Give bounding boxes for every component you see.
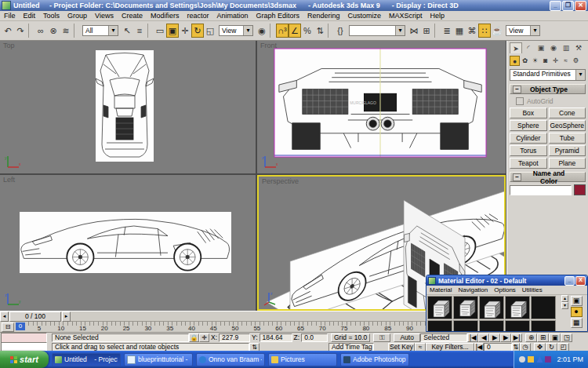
tray-app-icon[interactable] [545, 356, 551, 363]
taskbar-task[interactable]: blueprinttutorial - Not... [124, 353, 193, 366]
object-name-field[interactable] [510, 185, 572, 195]
next-frame-arrow[interactable]: ▸ [62, 312, 71, 322]
restore-button[interactable]: ❐ [562, 1, 574, 11]
material-slot-blueprint-3[interactable] [479, 296, 504, 319]
scroll-up-icon[interactable]: ▴ [561, 295, 568, 302]
menu-item[interactable]: Edit [20, 11, 40, 20]
bind-to-space-warp-icon[interactable]: ≋ [60, 24, 72, 38]
viewport-top[interactable]: Top yx [0, 41, 256, 173]
select-by-name-icon[interactable]: ≡ [133, 24, 146, 38]
material-slot-blueprint-1[interactable] [427, 296, 452, 319]
separator[interactable] [74, 24, 78, 38]
select-object-icon[interactable]: ↖ [121, 24, 133, 38]
select-and-scale-icon[interactable]: ◱ [204, 24, 216, 38]
menu-item[interactable]: MAXScript [385, 11, 426, 20]
next-frame-icon[interactable]: ▶ [500, 333, 511, 342]
material-slot-sphere[interactable] [531, 296, 556, 319]
select-and-rotate-icon[interactable]: ↻ [191, 24, 204, 38]
previous-frame-icon[interactable]: ◀ [478, 333, 489, 342]
menu-item[interactable]: Customize [344, 11, 386, 20]
category-shapes-icon[interactable]: ✿ [520, 56, 530, 66]
material-editor-menu-item[interactable]: Material [426, 286, 455, 293]
tab-create[interactable]: ➤ [510, 42, 522, 53]
viewport-perspective-label[interactable]: Perspective [262, 177, 299, 185]
tab-motion[interactable]: ◉ [547, 42, 560, 53]
separator[interactable] [147, 24, 152, 38]
current-frame-marker[interactable]: 0 [16, 322, 25, 330]
menu-item[interactable]: Create [118, 11, 147, 20]
play-animation-icon[interactable]: ▶ [489, 333, 500, 342]
undo-icon[interactable]: ↶ [2, 24, 14, 38]
chevron-down-icon[interactable]: ▾ [575, 70, 585, 80]
category-systems-icon[interactable]: ⚙ [571, 56, 581, 66]
menu-item[interactable]: Group [64, 11, 91, 20]
default-in-out-tangents-icon[interactable]: ≈ [415, 343, 426, 352]
primitive-button[interactable]: Cone [549, 107, 586, 118]
zoom-extents-icon[interactable]: ▣ [549, 333, 561, 342]
material-editor-close-button[interactable]: X [575, 276, 586, 286]
collapse-icon[interactable]: − [513, 86, 521, 93]
redo-icon[interactable]: ↷ [14, 24, 27, 38]
material-slot-blueprint-2[interactable] [453, 296, 478, 319]
zoom-all-icon[interactable]: ⊞ [537, 333, 549, 342]
maximize-viewport-toggle-icon[interactable]: ◰ [557, 343, 569, 352]
viewport-front[interactable]: Front MURCIELAGO zx [257, 41, 506, 173]
select-and-move-icon[interactable]: ✛ [179, 24, 191, 38]
separator[interactable] [28, 24, 33, 38]
go-to-start-icon[interactable]: |◀ [467, 333, 478, 342]
arc-rotate-icon[interactable]: ↻ [546, 343, 557, 352]
key-mode-toggle-icon[interactable]: ⚿ [373, 333, 390, 342]
object-color-swatch[interactable] [574, 184, 586, 195]
material-slot-partial[interactable] [531, 320, 556, 332]
material-slot-partial[interactable] [427, 320, 452, 332]
angle-snap-icon[interactable]: ∠ [289, 24, 301, 38]
material-slot-partial[interactable] [479, 320, 504, 332]
minimize-button[interactable]: _ [550, 1, 561, 11]
open-mini-curve-editor-icon[interactable]: ⊟ [2, 322, 14, 332]
reference-coordinate-dropdown[interactable]: View [219, 25, 253, 36]
primitive-button[interactable]: GeoSphere [549, 120, 586, 131]
material-editor-window[interactable]: Material Editor - 02 - Default _ X Mater… [426, 275, 588, 332]
go-to-end-icon[interactable]: ▶| [511, 333, 522, 342]
menu-item[interactable]: Views [91, 11, 118, 20]
taskbar-task[interactable]: Pictures [268, 353, 337, 366]
notification-spinner-icon[interactable]: ⇅ [249, 343, 260, 352]
start-button[interactable]: start [0, 351, 49, 368]
set-key-button[interactable]: Set Key [388, 343, 415, 352]
scroll-down-icon[interactable]: ▾ [561, 302, 568, 309]
background-checker-icon[interactable]: ▦ [571, 318, 583, 328]
close-button[interactable]: ✕ [575, 1, 586, 11]
layer-manager-icon[interactable]: ≣ [441, 24, 453, 38]
primitive-category-dropdown[interactable]: Standard Primitives ▾ [510, 69, 586, 81]
primitive-button[interactable]: Cylinder [510, 133, 547, 144]
menu-item[interactable]: Tools [39, 11, 64, 20]
x-coordinate-field[interactable]: 227.9 [219, 333, 250, 342]
menu-item[interactable]: Graph Editors [252, 11, 304, 20]
time-configuration-icon[interactable]: ◷ [520, 343, 531, 352]
primitive-button[interactable]: Teapot [510, 158, 547, 169]
material-slot-blueprint-4[interactable] [505, 296, 530, 319]
previous-frame-arrow[interactable]: ◂ [0, 312, 9, 322]
slot-scrollbar[interactable]: ▴ ▾ [561, 295, 568, 332]
tab-modify[interactable]: ◜ [522, 42, 535, 53]
absolute-mode-icon[interactable]: ✛ [199, 333, 209, 342]
category-spacewarps-icon[interactable]: ≈ [561, 56, 571, 66]
key-filters-button[interactable]: Key Filters... [426, 343, 474, 352]
tab-hierarchy[interactable]: ▣ [535, 42, 547, 53]
selection-lock-icon[interactable]: 🔒 [189, 333, 199, 342]
add-time-tag[interactable]: Add Time Tag [328, 343, 374, 352]
viewport-left[interactable]: Left zy [0, 175, 256, 311]
viewport-top-label[interactable]: Top [3, 42, 15, 49]
snap-toggle-3d-icon[interactable]: ∩³ [276, 24, 289, 38]
taskbar-task[interactable]: Untitled - Project ... [52, 353, 121, 366]
separator[interactable] [328, 24, 332, 38]
menu-item[interactable]: reactor [183, 11, 212, 20]
menu-item[interactable]: Modifiers [147, 11, 183, 20]
material-slot-partial[interactable] [453, 320, 478, 332]
name-color-rollout-header[interactable]: − Name and Color [510, 172, 586, 182]
category-lights-icon[interactable]: ☀ [530, 56, 540, 66]
sample-type-cube-icon[interactable]: ▣ [571, 296, 583, 306]
named-selection-dropdown[interactable] [349, 25, 405, 36]
viewport-front-label[interactable]: Front [260, 42, 277, 49]
selection-filter-dropdown[interactable]: All [82, 25, 118, 36]
